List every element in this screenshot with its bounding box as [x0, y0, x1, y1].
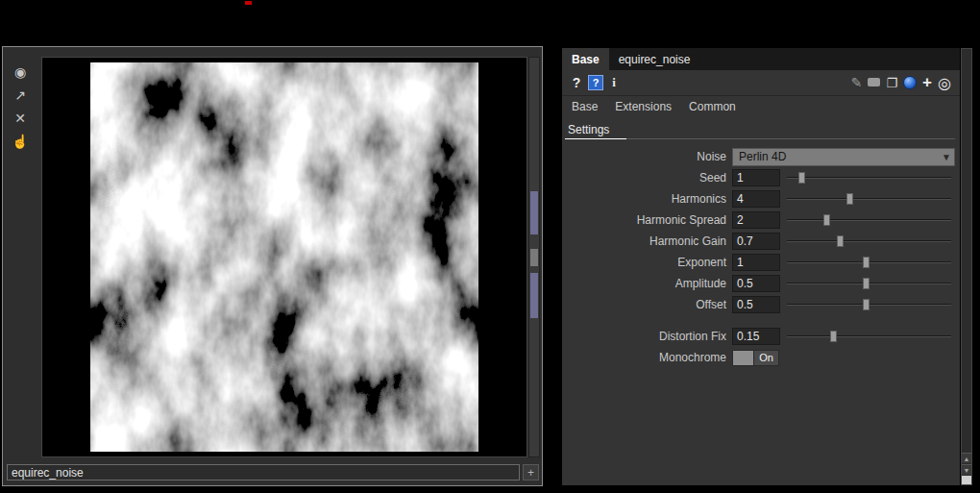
parameter-pane: Base equirec_noise ? ? i ✎ ❐ + ◎ Base Ex… — [562, 48, 960, 485]
scrollbar-thumb[interactable] — [530, 249, 538, 266]
seed-slider[interactable] — [787, 169, 951, 186]
amplitude-value-field[interactable]: 0.5 — [732, 275, 780, 292]
pane-tab-base[interactable]: Base — [562, 48, 609, 70]
toggle-track[interactable] — [732, 350, 754, 366]
param-label: Noise — [562, 150, 732, 163]
param-label: Distortion Fix — [562, 330, 732, 343]
record-indicator — [245, 1, 252, 5]
scrollbar-mark[interactable] — [530, 191, 538, 234]
slider-handle[interactable] — [863, 278, 870, 289]
param-row-monochrome: Monochrome On — [562, 347, 956, 368]
preview-pane: ◉ ↗ ✕ ☝ + — [2, 46, 543, 486]
param-label: Offset — [562, 298, 732, 311]
monochrome-toggle[interactable]: On — [732, 350, 779, 366]
context-help-icon[interactable]: ? — [588, 75, 603, 90]
exponent-value-field[interactable]: 1 — [732, 254, 780, 271]
node-name-input[interactable] — [7, 464, 520, 481]
tab-extensions[interactable]: Extensions — [615, 100, 672, 113]
parameter-list: Noise Perlin 4D ▼ Seed 1 Harmonics 4 — [562, 146, 956, 368]
arrow-icon[interactable]: ↗ — [9, 84, 32, 107]
focus-icon[interactable]: ◉ — [9, 61, 32, 84]
exponent-slider[interactable] — [787, 254, 951, 271]
settings-section-label[interactable]: Settings — [565, 121, 626, 139]
param-row-exponent: Exponent 1 — [562, 252, 956, 273]
parameter-tabs: Base Extensions Common — [572, 100, 736, 113]
distortion-fix-slider[interactable] — [787, 328, 951, 345]
harmonics-slider[interactable] — [787, 190, 951, 208]
slider-handle[interactable] — [863, 257, 870, 268]
info-icon[interactable]: i — [609, 74, 619, 91]
add-button[interactable]: + — [523, 464, 539, 481]
tab-base[interactable]: Base — [572, 100, 598, 113]
param-label: Harmonic Gain — [562, 234, 732, 248]
scroll-down-button[interactable]: ▼ — [962, 464, 971, 475]
param-label: Amplitude — [562, 277, 732, 290]
scrollbar-corner — [962, 476, 971, 484]
close-icon[interactable]: ✕ — [9, 107, 32, 130]
param-label: Harmonic Spread — [562, 213, 732, 227]
pane-tab-bar: Base equirec_noise — [562, 48, 960, 70]
offset-value-field[interactable]: 0.5 — [732, 296, 780, 313]
noise-type-dropdown[interactable]: Perlin 4D ▼ — [732, 148, 955, 166]
param-label: Harmonics — [562, 192, 732, 206]
slider-handle[interactable] — [798, 172, 805, 184]
param-row-distortion-fix: Distortion Fix 0.15 — [562, 326, 956, 347]
param-row-harmonics: Harmonics 4 — [562, 188, 956, 210]
param-row-noise: Noise Perlin 4D ▼ — [562, 146, 956, 167]
noise-preview-viewport[interactable] — [41, 57, 527, 457]
slider-handle[interactable] — [863, 299, 870, 310]
chevron-down-icon: ▼ — [942, 150, 951, 165]
toggle-on-label[interactable]: On — [754, 350, 779, 366]
seed-value-field[interactable]: 1 — [732, 169, 780, 186]
noise-preview-image — [90, 62, 478, 452]
param-row-harmonic-gain: Harmonic Gain 0.7 — [562, 231, 956, 252]
help-icon[interactable]: ? — [571, 74, 582, 91]
parameter-toolbar: ? ? i ✎ ❐ + ◎ — [562, 70, 960, 96]
hand-icon[interactable]: ☝ — [9, 130, 32, 153]
distortion-fix-value-field[interactable]: 0.15 — [732, 328, 780, 345]
slider-handle[interactable] — [830, 331, 837, 342]
comment-icon[interactable] — [868, 74, 880, 91]
settings-section-header: Settings — [565, 121, 955, 139]
slider-handle[interactable] — [846, 193, 853, 205]
speech-bubble-icon — [868, 78, 880, 86]
param-row-amplitude: Amplitude 0.5 — [562, 273, 956, 294]
globe-icon[interactable] — [903, 74, 917, 91]
edit-icon[interactable]: ✎ — [851, 74, 863, 91]
slider-handle[interactable] — [837, 235, 844, 247]
amplitude-slider[interactable] — [787, 275, 951, 292]
param-row-offset: Offset 0.5 — [562, 294, 956, 315]
parameter-pane-scrollbar[interactable]: ▲ ▼ — [961, 48, 972, 485]
slider-handle[interactable] — [823, 214, 830, 226]
current-node-name: equirec_noise — [619, 48, 691, 70]
harmonic-gain-value-field[interactable]: 0.7 — [732, 233, 780, 250]
sphere-icon — [903, 76, 917, 89]
offset-slider[interactable] — [787, 296, 951, 313]
scroll-up-button[interactable]: ▲ — [962, 453, 971, 463]
viewport-scrollbar[interactable] — [528, 57, 540, 457]
viewport-toolbar: ◉ ↗ ✕ ☝ — [9, 61, 34, 153]
harmonic-spread-slider[interactable] — [787, 211, 951, 229]
harmonics-value-field[interactable]: 4 — [732, 190, 780, 208]
harmonic-spread-value-field[interactable]: 2 — [732, 211, 780, 229]
target-icon[interactable]: ◎ — [938, 74, 951, 91]
tab-common[interactable]: Common — [689, 100, 736, 113]
param-label: Seed — [562, 171, 732, 185]
param-row-seed: Seed 1 — [562, 167, 956, 188]
param-label: Monochrome — [562, 351, 732, 364]
harmonic-gain-slider[interactable] — [787, 233, 951, 250]
scrollbar-mark[interactable] — [530, 273, 538, 318]
application-window: ◉ ↗ ✕ ☝ + Base equirec_noise — [0, 0, 980, 493]
param-label: Exponent — [562, 256, 732, 269]
param-row-harmonic-spread: Harmonic Spread 2 — [562, 210, 956, 231]
add-parameter-icon[interactable]: + — [922, 74, 932, 91]
copy-icon[interactable]: ❐ — [886, 74, 897, 91]
dropdown-value: Perlin 4D — [739, 150, 786, 163]
